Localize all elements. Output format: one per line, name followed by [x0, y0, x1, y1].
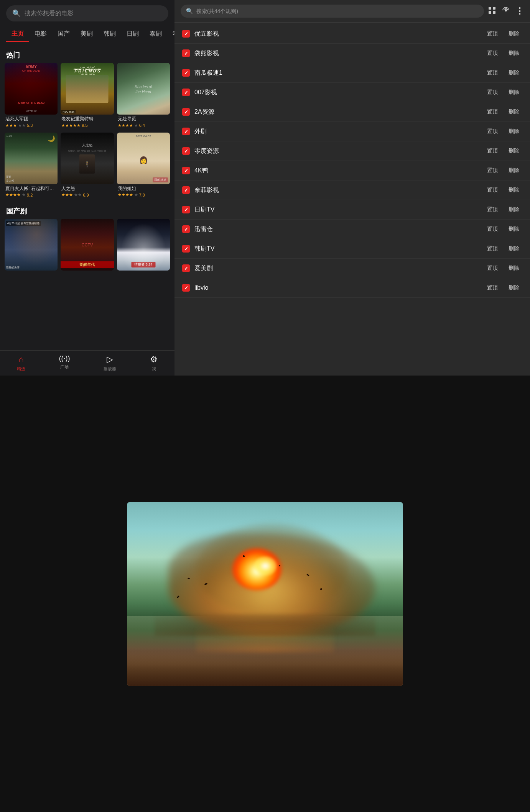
checkbox-7[interactable]: ✓ [182, 167, 190, 174]
right-panel: 🔍 [174, 0, 530, 376]
checkbox-8[interactable]: ✓ [182, 186, 190, 194]
pin-10[interactable]: 置顶 [484, 225, 501, 233]
delete-3[interactable]: 删除 [505, 88, 522, 97]
pin-11[interactable]: 置顶 [484, 244, 501, 253]
source-item-6[interactable]: ✓ 零度资源 置顶 删除 [174, 141, 530, 161]
source-name-13: libvio [194, 284, 479, 291]
pin-1[interactable]: 置顶 [484, 49, 501, 57]
pin-3[interactable]: 置顶 [484, 88, 501, 97]
delete-6[interactable]: 删除 [505, 147, 522, 155]
source-item-5[interactable]: ✓ 外剧 置顶 删除 [174, 122, 530, 141]
movie-card-wrath[interactable]: 人之怒 WRATH OF MAN 5月 IMAX 全国上映 🕴 人之怒 ★★★★… [61, 133, 114, 199]
search-input-right[interactable] [196, 8, 479, 14]
pin-9[interactable]: 置顶 [484, 205, 501, 214]
movie-card-natsume[interactable]: 夏目 友人帐 🌙 1.16 夏目友人帐: 石起和可疑来访者 ★★★★★ 9.2 [5, 133, 58, 199]
source-item-2[interactable]: ✓ 南瓜极速1 置顶 删除 [174, 63, 530, 83]
checkbox-0[interactable]: ✓ [182, 30, 190, 38]
source-item-1[interactable]: ✓ 袋熊影视 置顶 删除 [174, 44, 530, 63]
source-item-11[interactable]: ✓ 韩剧TV 置顶 删除 [174, 239, 530, 259]
tab-thai[interactable]: 泰剧 [144, 27, 167, 42]
delete-12[interactable]: 删除 [505, 264, 522, 272]
tab-movies[interactable]: 电影 [29, 27, 52, 42]
pin-2[interactable]: 置顶 [484, 69, 501, 77]
delete-8[interactable]: 删除 [505, 186, 522, 194]
delete-7[interactable]: 删除 [505, 166, 522, 175]
movie-card-drama1[interactable]: 隐秘的角落 4月29日起 爱奇艺独播精选 [5, 219, 58, 271]
checkbox-3[interactable]: ✓ [182, 89, 190, 96]
source-item-0[interactable]: ✓ 优五影视 置顶 删除 [174, 24, 530, 44]
source-name-2: 南瓜极速1 [194, 69, 479, 77]
svg-rect-3 [493, 11, 495, 14]
pin-6[interactable]: 置顶 [484, 147, 501, 155]
pin-12[interactable]: 置顶 [484, 264, 501, 272]
tab-jp[interactable]: 日剧 [121, 27, 144, 42]
source-name-6: 零度资源 [194, 147, 479, 155]
delete-13[interactable]: 删除 [505, 284, 522, 292]
source-item-10[interactable]: ✓ 迅雷仓 置顶 删除 [174, 220, 530, 239]
checkbox-11[interactable]: ✓ [182, 245, 190, 253]
checkbox-1[interactable]: ✓ [182, 49, 190, 57]
search-bar-left[interactable]: 🔍 [6, 5, 168, 21]
pin-0[interactable]: 置顶 [484, 30, 501, 38]
source-item-9[interactable]: ✓ 日剧TV 置顶 删除 [174, 200, 530, 220]
signal-icon[interactable] [502, 6, 510, 16]
nav-me-label: 我 [152, 366, 156, 372]
movie-card-army[interactable]: ARMY OF THE DEAD NETFLIX 活死人军团 ★★★★★ 5.3 [5, 63, 58, 130]
tab-domestic[interactable]: 国产 [52, 27, 75, 42]
delete-11[interactable]: 删除 [505, 244, 522, 253]
movie-card-drama3[interactable]: 猎狼者 5.24 [117, 219, 170, 271]
movie-card-nowhere[interactable]: Shades of the Heart 无处寻觅 ★★★★★ 6.4 [117, 63, 170, 130]
movie-card-friends[interactable]: max original F·R·I·E·N·D·S THE REUNION H… [61, 63, 114, 130]
movie-title-sister: 我的姐姐 [118, 186, 169, 192]
checkbox-13[interactable]: ✓ [182, 284, 190, 292]
checkbox-6[interactable]: ✓ [182, 147, 190, 155]
delete-9[interactable]: 删除 [505, 205, 522, 214]
source-item-4[interactable]: ✓ 2A资源 置顶 删除 [174, 102, 530, 122]
delete-2[interactable]: 删除 [505, 69, 522, 77]
nav-tabs: 主页 电影 国产 美剧 韩剧 日剧 泰剧 动漫 [0, 27, 174, 42]
source-list: ✓ 优五影视 置顶 删除 ✓ 袋熊影视 置顶 删除 ✓ 南瓜极速1 置顶 删除 … [174, 23, 530, 376]
movie-title-natsume: 夏目友人帐: 石起和可疑来访者 [5, 186, 57, 192]
hot-movie-grid: ARMY OF THE DEAD NETFLIX 活死人军团 ★★★★★ 5.3 [0, 63, 174, 199]
pin-8[interactable]: 置顶 [484, 186, 501, 194]
nav-me[interactable]: ⚙ 我 [150, 354, 158, 372]
source-item-3[interactable]: ✓ 007影视 置顶 删除 [174, 83, 530, 102]
delete-10[interactable]: 删除 [505, 225, 522, 233]
nav-player[interactable]: ▷ 播放器 [104, 354, 116, 372]
delete-4[interactable]: 删除 [505, 108, 522, 116]
checkbox-10[interactable]: ✓ [182, 225, 190, 233]
grid-icon[interactable] [488, 6, 496, 16]
search-bar-right[interactable]: 🔍 [181, 5, 484, 18]
source-item-12[interactable]: ✓ 爱美剧 置顶 删除 [174, 259, 530, 278]
delete-0[interactable]: 删除 [505, 30, 522, 38]
pin-7[interactable]: 置顶 [484, 166, 501, 175]
pin-13[interactable]: 置顶 [484, 284, 501, 292]
checkbox-2[interactable]: ✓ [182, 69, 190, 77]
checkbox-9[interactable]: ✓ [182, 206, 190, 213]
checkbox-4[interactable]: ✓ [182, 108, 190, 116]
movie-card-sister[interactable]: 2021.04.02 👩 我的姐姐 我的姐姐 ★★★★★ 7.0 [117, 133, 170, 199]
pin-4[interactable]: 置顶 [484, 108, 501, 116]
movie-card-drama2[interactable]: 觉醒年代 CCTV [61, 219, 114, 271]
tab-kr[interactable]: 韩剧 [98, 27, 121, 42]
nav-home[interactable]: ⌂ 精选 [17, 354, 25, 372]
delete-1[interactable]: 删除 [505, 49, 522, 57]
tab-home[interactable]: 主页 [6, 27, 29, 42]
tab-us[interactable]: 美剧 [75, 27, 98, 42]
more-icon[interactable]: ⋮ [515, 6, 524, 16]
source-item-7[interactable]: ✓ 4K鸭 置顶 删除 [174, 161, 530, 180]
delete-5[interactable]: 删除 [505, 127, 522, 136]
checkbox-12[interactable]: ✓ [182, 264, 190, 272]
checkbox-5[interactable]: ✓ [182, 128, 190, 135]
svg-rect-2 [489, 11, 491, 14]
source-name-7: 4K鸭 [194, 167, 479, 175]
video-section [0, 376, 530, 812]
nav-plaza[interactable]: ((·)) 广场 [59, 354, 70, 372]
source-item-13[interactable]: ✓ libvio 置顶 删除 [174, 278, 530, 298]
source-name-5: 外剧 [194, 128, 479, 136]
pin-5[interactable]: 置顶 [484, 127, 501, 136]
source-item-8[interactable]: ✓ 奈菲影视 置顶 删除 [174, 180, 530, 200]
source-name-9: 日剧TV [194, 206, 479, 214]
left-panel: 🔍 主页 电影 国产 美剧 韩剧 日剧 泰剧 动漫 热门 ARMY OF THE… [0, 0, 174, 376]
search-input-left[interactable] [25, 10, 162, 17]
